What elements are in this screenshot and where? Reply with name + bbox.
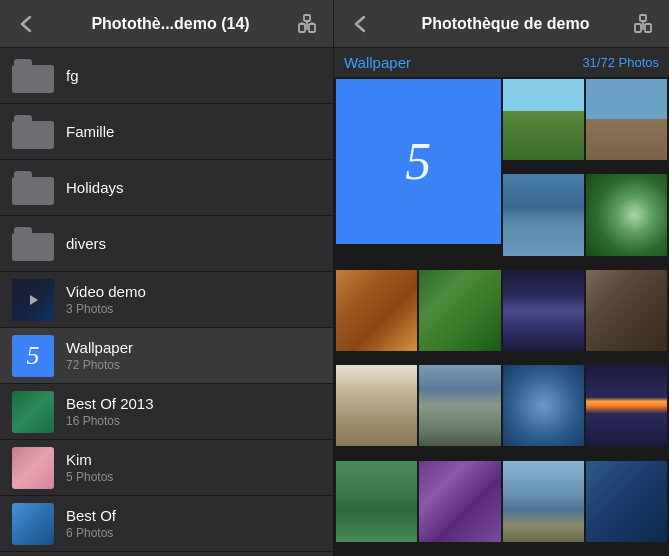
photo-cell[interactable] [336,461,417,542]
list-item[interactable]: divers [0,216,333,272]
section-header: Wallpaper 31/72 Photos [334,48,669,77]
item-info: Video demo 3 Photos [66,283,321,316]
album-thumb [12,279,54,321]
item-name: Famille [66,123,321,140]
list-item[interactable]: Best Of 6 Photos [0,496,333,552]
back-icon-right[interactable] [346,10,374,38]
item-sub: 16 Photos [66,414,321,428]
svg-rect-2 [309,24,315,32]
svg-rect-1 [299,24,305,32]
list-item[interactable]: Video demo 3 Photos [0,272,333,328]
item-info: Famille [66,123,321,140]
item-info: divers [66,235,321,252]
photo-cell[interactable] [586,461,667,542]
photo-cell[interactable] [503,79,584,160]
item-info: fg [66,67,321,84]
list-item[interactable]: Kim 5 Photos [0,440,333,496]
folder-thumb [12,223,54,265]
album-thumb: 5 [12,335,54,377]
item-info: Kim 5 Photos [66,451,321,484]
item-info: Best Of 2013 16 Photos [66,395,321,428]
album-thumb [12,391,54,433]
photo-cell[interactable] [503,365,584,446]
item-name: divers [66,235,321,252]
right-header: Photothèque de demo [334,0,669,48]
item-info: Wallpaper 72 Photos [66,339,321,372]
photo-cell[interactable] [419,365,500,446]
photo-cell[interactable] [503,461,584,542]
left-header-title: Photothè...demo (14) [48,15,293,33]
folder-thumb [12,111,54,153]
photo-cell[interactable] [586,270,667,351]
album-list: fg Famille Holidays [0,48,333,556]
left-panel: Photothè...demo (14) fg [0,0,334,556]
list-item[interactable]: Famille [0,104,333,160]
photo-cell[interactable]: 5 [336,79,501,244]
list-item[interactable]: Holidays 2013 5 Photos [0,552,333,556]
list-item[interactable]: Holidays [0,160,333,216]
photo-cell[interactable] [336,365,417,446]
svg-rect-5 [635,24,641,32]
folder-thumb [12,167,54,209]
photo-cell[interactable] [336,270,417,351]
item-sub: 3 Photos [66,302,321,316]
album-thumb [12,503,54,545]
share-icon[interactable] [293,10,321,38]
photo-cell[interactable] [419,461,500,542]
item-info: Best Of 6 Photos [66,507,321,540]
item-name: Wallpaper [66,339,321,356]
item-name: Video demo [66,283,321,300]
photo-cell[interactable] [586,365,667,446]
item-sub: 72 Photos [66,358,321,372]
photo-cell[interactable] [503,174,584,255]
item-name: Holidays [66,179,321,196]
folder-thumb [12,55,54,97]
right-header-title: Photothèque de demo [382,15,629,33]
item-sub: 5 Photos [66,470,321,484]
list-item[interactable]: fg [0,48,333,104]
album-thumb [12,447,54,489]
item-name: Kim [66,451,321,468]
item-info: Holidays [66,179,321,196]
photo-cell[interactable] [419,270,500,351]
svg-rect-6 [645,24,651,32]
back-icon[interactable] [12,10,40,38]
list-item[interactable]: Best Of 2013 16 Photos [0,384,333,440]
item-name: Best Of 2013 [66,395,321,412]
item-sub: 6 Photos [66,526,321,540]
right-panel: Photothèque de demo Wallpaper 31/72 Phot… [334,0,669,556]
svg-marker-3 [30,295,38,305]
share-icon-right[interactable] [629,10,657,38]
section-count: 31/72 Photos [582,55,659,70]
section-label: Wallpaper [344,54,411,71]
left-header: Photothè...demo (14) [0,0,333,48]
photo-cell[interactable] [586,79,667,160]
item-name: fg [66,67,321,84]
item-name: Best Of [66,507,321,524]
photo-grid: 5 [334,77,669,556]
photo-cell[interactable] [586,174,667,255]
list-item-wallpaper[interactable]: 5 Wallpaper 72 Photos [0,328,333,384]
photo-cell[interactable] [503,270,584,351]
